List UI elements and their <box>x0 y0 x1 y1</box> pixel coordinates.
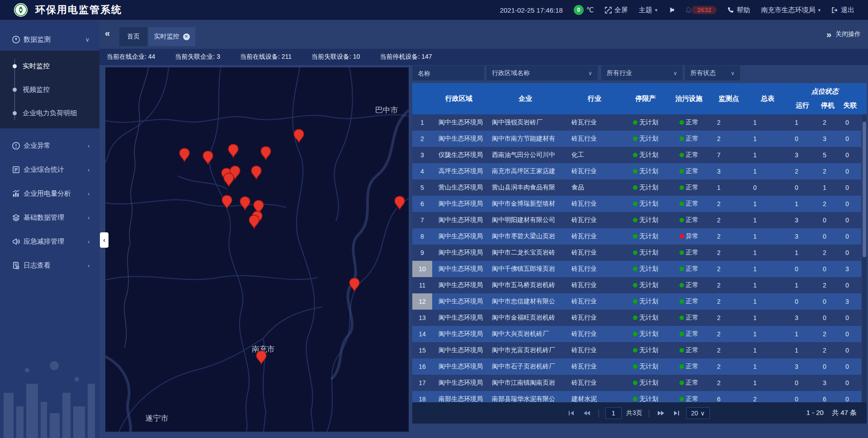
tab-close-icon[interactable]: ✕ <box>183 33 190 40</box>
cell-monitor-points: 3 <box>711 163 747 179</box>
next-page-button[interactable] <box>656 408 666 419</box>
name-search-input[interactable] <box>412 66 484 80</box>
row-index: 3 <box>412 147 432 163</box>
logout-button[interactable]: 退出 <box>831 6 854 14</box>
close-operations-button[interactable]: 关闭操作 <box>835 30 861 38</box>
column-header-3: 行业 <box>565 83 624 114</box>
table-row[interactable]: 16阆中生态环境局阆中市石子页岩机砖厂砖瓦行业无计划正常21300 <box>412 358 861 375</box>
map-pin-icon[interactable] <box>251 166 261 179</box>
cell-stopped: 2 <box>816 342 839 358</box>
sidebar-subitem-0[interactable]: 实时监控 <box>0 54 99 78</box>
tabs-scroll-right-icon[interactable]: » <box>826 29 830 40</box>
table-row[interactable]: 18南部生态环境局南部县瑞华水泥有限公建材水泥无计划正常62060 <box>412 391 861 402</box>
table-row[interactable]: 2阆中生态环境局阆中市南方节能建材有砖瓦行业无计划正常21030 <box>412 131 861 147</box>
theme-dropdown[interactable]: 主题▾ <box>639 6 658 14</box>
first-page-button[interactable] <box>566 408 577 419</box>
table-row[interactable]: 8阆中生态环境局阆中市枣碧大梁山页岩砖瓦行业无计划异常21300 <box>412 228 861 245</box>
industry-select[interactable]: 所有行业∨ <box>601 66 683 80</box>
cell-plan-status: 无计划 <box>624 131 667 147</box>
help-button[interactable]: 帮助 <box>727 6 750 14</box>
row-index: 6 <box>412 196 432 212</box>
map-pin-icon[interactable] <box>240 197 250 210</box>
cell-total-meters: 2 <box>747 391 788 402</box>
map-panel[interactable]: 巴中市南充市遂宁市 <box>105 67 409 432</box>
sidebar-item-4[interactable]: 基础数据管理‹ <box>0 206 99 230</box>
sidebar-item-label: 企业用电量分析 <box>24 189 71 198</box>
map-pin-icon[interactable] <box>249 215 259 229</box>
map-pin-icon[interactable] <box>222 195 232 209</box>
table-row[interactable]: 7阆中生态环境局阆中明阳建材有限公司砖瓦行业无计划正常21300 <box>412 212 861 228</box>
user-dropdown[interactable]: 南充市生态环境局▾ <box>761 6 821 14</box>
cell-monitor-points: 2 <box>711 342 747 358</box>
table-row[interactable]: 13阆中生态环境局阆中市金福旺页岩机砖砖瓦行业无计划正常21300 <box>412 310 861 326</box>
sidebar-collapse-handle[interactable]: ‹ <box>100 232 108 248</box>
last-page-button[interactable] <box>671 408 682 419</box>
table-row[interactable]: 12阆中生态环境局阆中市忠信建材有限公砖瓦行业无计划正常21003 <box>412 293 861 310</box>
cell-region: 阆中生态环境局 <box>432 293 486 310</box>
fullscreen-button[interactable]: 全屏 <box>605 6 628 14</box>
tab-home[interactable]: 首页 <box>119 27 147 46</box>
cell-company: 阆中明阳建材有限公司 <box>486 212 565 228</box>
tab-realtime-monitor[interactable]: 实时监控 ✕ <box>148 27 195 46</box>
tabs-scroll-left-icon[interactable]: « <box>105 28 108 38</box>
status-select[interactable]: 所有状态∨ <box>685 66 740 80</box>
cell-plan-status: 无计划 <box>624 179 667 196</box>
prev-page-icon <box>583 410 591 416</box>
table-row[interactable]: 6阆中生态环境局阆中市金博瑞新型墙材砖瓦行业无计划正常21120 <box>412 196 861 212</box>
range-label: 1 - 20 <box>807 409 824 417</box>
cell-facility-status: 正常 <box>667 261 711 277</box>
map-pin-icon[interactable] <box>179 148 189 162</box>
map-pin-icon[interactable] <box>395 196 405 210</box>
table-row[interactable]: 14阆中生态环境局阆中大兴页岩机砖厂砖瓦行业无计划正常21120 <box>412 326 861 342</box>
sidebar-item-3[interactable]: 企业用电量分析‹ <box>0 182 99 206</box>
table-row[interactable]: 17阆中生态环境局阆中市江南镇阆南页岩砖瓦行业无计划正常21030 <box>412 375 861 391</box>
table-scrollbar[interactable] <box>862 114 867 402</box>
map-pin-icon[interactable] <box>228 144 238 158</box>
facility-status-label: 正常 <box>686 151 698 159</box>
mute-button[interactable] <box>668 7 675 13</box>
table-row[interactable]: 11阆中生态环境局阆中市五马桥页岩机砖砖瓦行业无计划正常21120 <box>412 277 861 293</box>
table-row[interactable]: 5营山生态环境局营山县润丰肉食品有限食品无计划正常10010 <box>412 179 861 196</box>
notifications-button[interactable]: 2632 <box>685 6 717 14</box>
cell-industry: 砖瓦行业 <box>565 342 624 358</box>
sidebar-subitem-1[interactable]: 视频监控 <box>0 78 99 101</box>
map-pin-icon[interactable] <box>261 146 271 160</box>
sidebar-item-5[interactable]: 应急减排管理‹ <box>0 230 99 254</box>
region-select[interactable]: 行政区域名称∨ <box>486 66 598 80</box>
map-pin-icon[interactable] <box>203 151 213 165</box>
cell-stopped: 0 <box>816 261 839 277</box>
row-index: 4 <box>412 163 432 179</box>
cell-total-meters: 1 <box>747 131 788 147</box>
cell-region: 阆中生态环境局 <box>432 342 486 358</box>
page-number-input[interactable] <box>605 407 622 419</box>
cell-offline: 0 <box>839 163 861 179</box>
sidebar-subitem-2[interactable]: 企业电力负荷明细 <box>0 101 99 125</box>
status-dot-green <box>633 202 637 206</box>
map-pin-icon[interactable] <box>224 173 234 187</box>
prev-page-button[interactable] <box>581 408 592 419</box>
status-dot-green <box>679 267 684 271</box>
cell-company: 阆中市二龙长宝页岩砖 <box>486 245 565 261</box>
cell-offline: 3 <box>839 293 861 310</box>
scrollbar-thumb[interactable] <box>863 122 866 257</box>
row-index: 5 <box>412 179 432 196</box>
cell-plan-status: 无计划 <box>624 212 667 228</box>
cell-running: 0 <box>788 179 816 196</box>
sidebar-item-0[interactable]: 数据监测∨ <box>0 28 99 51</box>
status-dot-green <box>679 364 684 369</box>
table-row[interactable]: 3仪陇生态环境局西南油气田分公司川中化工无计划正常71350 <box>412 147 861 163</box>
table-row[interactable]: 9阆中生态环境局阆中市二龙长宝页岩砖砖瓦行业无计划正常21120 <box>412 245 861 261</box>
sidebar-submenu: 实时监控视频监控企业电力负荷明细 <box>0 51 99 128</box>
map-pin-icon[interactable] <box>349 278 359 292</box>
status-dot-green <box>679 397 684 401</box>
cell-stopped: 2 <box>816 196 839 212</box>
table-row[interactable]: 10阆中生态环境局阆中千佛镇五郎垭页岩砖瓦行业无计划正常21003 <box>412 261 861 277</box>
table-row[interactable]: 1阆中生态环境局阆中强锐页岩砖厂砖瓦行业无计划正常21120 <box>412 114 861 131</box>
table-row[interactable]: 4高坪生态环境局南充市高坪区王家店建砖瓦行业无计划正常31220 <box>412 163 861 179</box>
sidebar-item-2[interactable]: 企业综合统计‹ <box>0 158 99 182</box>
sidebar-item-6[interactable]: 日志查看‹ <box>0 254 99 278</box>
table-row[interactable]: 15阆中生态环境局阆中市光富页岩机砖厂砖瓦行业无计划正常21120 <box>412 342 861 358</box>
sidebar-item-1[interactable]: 企业异常‹ <box>0 134 99 158</box>
page-size-select[interactable]: 20∨ <box>686 407 710 419</box>
map-city-label: 遂宁市 <box>146 414 169 423</box>
